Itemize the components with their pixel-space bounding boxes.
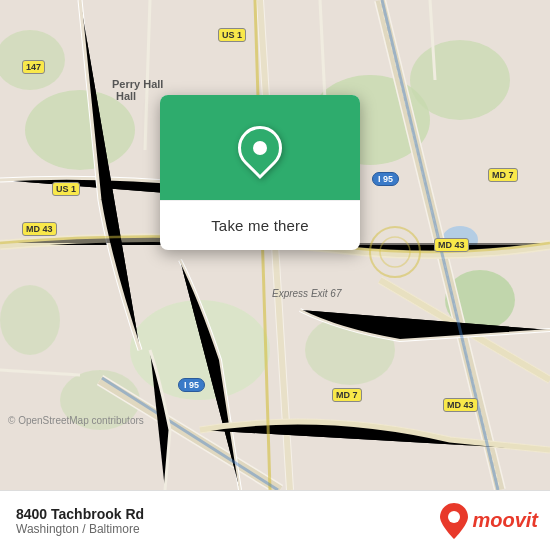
- map-view: Perry Hall Hall US 1 147 US 1 MD 43 I 95…: [0, 0, 550, 490]
- map-popup: Take me there: [160, 95, 360, 250]
- street-address: 8400 Tachbrook Rd: [16, 506, 144, 522]
- svg-point-20: [448, 511, 460, 523]
- location-pin-icon: [229, 116, 291, 178]
- road-label-express-exit: Express Exit 67: [272, 288, 341, 299]
- road-badge-i95-bottom: I 95: [178, 378, 205, 392]
- map-attribution: © OpenStreetMap contributors: [8, 415, 144, 426]
- place-label-perry-hall: Perry Hall Hall: [112, 78, 163, 102]
- popup-button-section[interactable]: Take me there: [160, 200, 360, 250]
- bottom-bar: 8400 Tachbrook Rd Washington / Baltimore…: [0, 490, 550, 550]
- take-me-there-button[interactable]: Take me there: [203, 213, 317, 238]
- road-badge-i95-right: I 95: [372, 172, 399, 186]
- address-section: 8400 Tachbrook Rd Washington / Baltimore: [16, 506, 144, 536]
- location-pin-inner: [253, 141, 267, 155]
- road-badge-md7-right: MD 7: [488, 168, 518, 182]
- moovit-text: moovit: [472, 509, 538, 532]
- city-address: Washington / Baltimore: [16, 522, 144, 536]
- svg-point-3: [25, 90, 135, 170]
- road-badge-us1-mid: US 1: [52, 182, 80, 196]
- moovit-logo: moovit: [440, 503, 538, 539]
- road-badge-md7: MD 7: [332, 388, 362, 402]
- road-badge-147: 147: [22, 60, 45, 74]
- road-badge-md43-right: MD 43: [434, 238, 469, 252]
- road-badge-us1-top: US 1: [218, 28, 246, 42]
- road-badge-md43-left: MD 43: [22, 222, 57, 236]
- popup-header: [160, 95, 360, 200]
- svg-point-2: [410, 40, 510, 120]
- svg-point-7: [0, 285, 60, 355]
- moovit-pin-icon: [440, 503, 468, 539]
- road-badge-md43-bottom: MD 43: [443, 398, 478, 412]
